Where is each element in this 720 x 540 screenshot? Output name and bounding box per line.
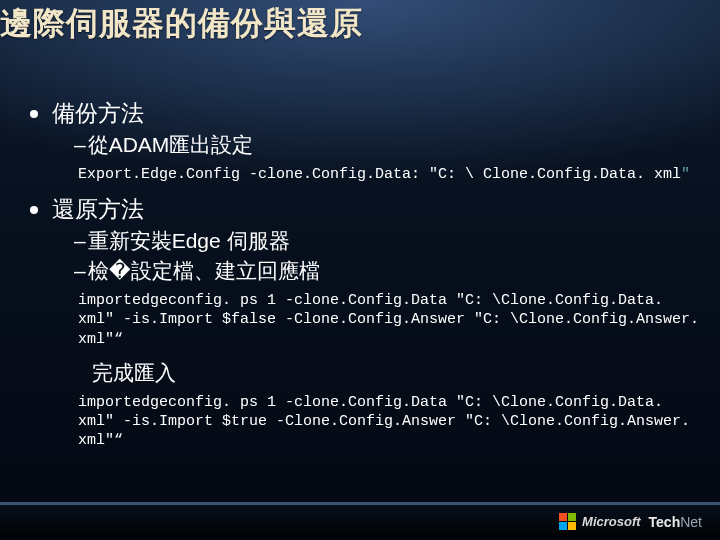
slide: 邊際伺服器的備份與還原 備份方法 –從ADAM匯出設定 Export.Edge.… — [0, 0, 720, 540]
microsoft-technet-logo: Microsoft TechNet — [559, 513, 702, 530]
microsoft-icon — [559, 513, 576, 530]
dash-icon: – — [74, 133, 86, 156]
sub-check-config: –檢�設定檔、建立回應檔 — [74, 257, 700, 285]
bullet-icon — [30, 206, 38, 214]
slide-title: 邊際伺服器的備份與還原 — [0, 2, 363, 46]
code-text: importedgeconfig. ps 1 -clone.Config.Dat… — [78, 292, 708, 347]
code-text: importedgeconfig. ps 1 -clone.Config.Dat… — [78, 394, 699, 449]
bullet-restore-method: 還原方法 — [28, 194, 700, 225]
technet-wordmark: TechNet — [649, 514, 702, 530]
bullet-text: 還原方法 — [52, 194, 144, 225]
code-import-true: importedgeconfig. ps 1 -clone.Config.Dat… — [78, 393, 700, 451]
sub-export-adam: –從ADAM匯出設定 — [74, 131, 700, 159]
bullet-text: 備份方法 — [52, 98, 144, 129]
code-import-false: importedgeconfig. ps 1 -clone.Config.Dat… — [78, 291, 700, 349]
sub-text: 重新安裝Edge 伺服器 — [88, 229, 290, 252]
slide-body: 備份方法 –從ADAM匯出設定 Export.Edge.Config -clon… — [28, 92, 700, 460]
dash-icon: – — [74, 259, 86, 282]
sub-text: 從ADAM匯出設定 — [88, 133, 254, 156]
code-export: Export.Edge.Config -clone.Config.Data: "… — [78, 165, 700, 184]
microsoft-wordmark: Microsoft — [582, 514, 641, 529]
dash-icon: – — [74, 229, 86, 252]
bullet-backup-method: 備份方法 — [28, 98, 700, 129]
code-trailing-quote: " — [681, 166, 690, 183]
subhead-complete-import: 完成匯入 — [92, 359, 700, 387]
bullet-icon — [30, 110, 38, 118]
sub-reinstall-edge: –重新安裝Edge 伺服器 — [74, 227, 700, 255]
code-text: Export.Edge.Config -clone.Config.Data: "… — [78, 166, 681, 183]
sub-text: 檢�設定檔、建立回應檔 — [88, 259, 320, 282]
footer-bar: Microsoft TechNet — [0, 502, 720, 538]
